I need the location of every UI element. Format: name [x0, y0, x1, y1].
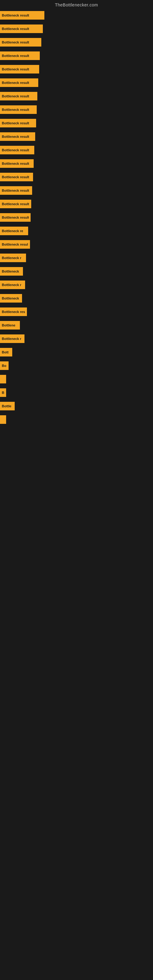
bottleneck-bar: Bottleneck result [0, 78, 38, 87]
bar-label: Bottleneck [2, 296, 19, 300]
bar-row: Bottleneck result [0, 89, 153, 103]
bar-row: Bottleneck res [0, 305, 153, 318]
bottleneck-bar: Bottleneck result [0, 146, 34, 154]
bars-container: Bottleneck resultBottleneck resultBottle… [0, 9, 153, 426]
bottleneck-bar: Bottlene [0, 321, 20, 329]
bottleneck-bar: Bottleneck result [0, 200, 31, 208]
bar-label: Bottle [2, 404, 11, 408]
bar-label: Bottleneck result [2, 148, 29, 152]
bar-row: Bottleneck result [0, 143, 153, 157]
bar-row: B [0, 386, 153, 399]
bar-label: Bottleneck result [2, 189, 29, 192]
bar-label: Bottleneck r [2, 256, 21, 260]
bottleneck-bar [0, 375, 6, 383]
bar-row: Bottleneck result [0, 184, 153, 197]
bar-label: Bottleneck result [2, 81, 29, 84]
bottleneck-bar [0, 415, 6, 424]
bar-row: Bottleneck result [0, 211, 153, 224]
bar-label: Bottleneck result [2, 121, 29, 125]
bar-row: Bottleneck result [0, 22, 153, 35]
bar-label: Bottleneck result [2, 108, 29, 111]
bar-row: Bottleneck result [0, 170, 153, 184]
bottleneck-bar: Bottleneck result [0, 240, 30, 249]
bar-row: Bottleneck [0, 265, 153, 278]
bottleneck-bar: Bottleneck result [0, 11, 45, 20]
bottleneck-bar: Bottleneck result [0, 186, 32, 195]
bottleneck-bar: Bottleneck result [0, 105, 37, 114]
bottleneck-bar: Bottleneck re [0, 227, 28, 235]
bottleneck-bar: Bottleneck r [0, 334, 24, 343]
bar-row: Bottleneck result [0, 197, 153, 211]
bottleneck-bar: Bottleneck result [0, 92, 37, 100]
bar-label: Bott [2, 350, 9, 354]
bar-label: Bottleneck result [2, 135, 29, 138]
bottleneck-bar: Bottleneck result [0, 159, 33, 168]
bar-row: Bottleneck result [0, 157, 153, 170]
bar-label: Bottleneck result [2, 243, 28, 246]
bar-label: Bottleneck result [2, 162, 29, 165]
bar-label: Bottleneck result [2, 27, 29, 30]
bar-row: Bottleneck r [0, 251, 153, 265]
bar-label: Bottleneck result [2, 40, 29, 44]
bar-row: Bottleneck [0, 291, 153, 305]
bottleneck-bar: Bottleneck res [0, 307, 27, 316]
bottleneck-bar: Bottleneck result [0, 51, 40, 60]
bar-row: Bottleneck r [0, 278, 153, 291]
bar-row [0, 372, 153, 386]
bottleneck-bar: Bottleneck result [0, 119, 36, 127]
bottleneck-bar: Bottleneck result [0, 213, 30, 222]
bar-label: Bottleneck res [2, 310, 25, 313]
bar-label: Bottlene [2, 323, 15, 327]
bar-label: Bottleneck result [2, 216, 29, 219]
bar-label: Bottleneck [2, 269, 19, 273]
bar-row: Bott [0, 345, 153, 359]
bottleneck-bar: Bottleneck r [0, 254, 26, 262]
bottleneck-bar: Bottleneck [0, 294, 22, 302]
bottleneck-bar: B [0, 388, 6, 397]
bar-row [0, 413, 153, 426]
bar-label: Bottleneck result [2, 175, 29, 179]
site-title: TheBottlenecker.com [0, 0, 153, 9]
bar-label: Bottleneck r [2, 337, 21, 340]
bar-row: Bottleneck result [0, 35, 153, 49]
bar-label: Bottleneck result [2, 202, 29, 206]
bar-label: Bottleneck result [2, 67, 29, 71]
bar-label: Bottleneck result [2, 94, 29, 98]
bottleneck-bar: Bottleneck result [0, 65, 39, 73]
bar-label: Bottleneck result [2, 54, 29, 57]
bar-row: Bottlene [0, 318, 153, 332]
bar-row: Bo [0, 359, 153, 372]
bar-row: Bottleneck result [0, 103, 153, 116]
bar-row: Bottleneck result [0, 49, 153, 62]
bottleneck-bar: Bottleneck [0, 267, 23, 275]
bar-row: Bottleneck result [0, 62, 153, 76]
bar-label: Bottleneck re [2, 229, 23, 233]
bottleneck-bar: Bott [0, 348, 12, 356]
bar-row: Bottle [0, 399, 153, 413]
bottleneck-bar: Bottleneck result [0, 38, 41, 46]
bar-row: Bottleneck result [0, 130, 153, 143]
bar-row: Bottleneck result [0, 76, 153, 89]
bar-label: Bo [2, 364, 6, 368]
bar-label: B [2, 391, 4, 395]
bar-row: Bottleneck re [0, 224, 153, 238]
bottleneck-bar: Bottleneck r [0, 280, 25, 289]
bar-label: Bottleneck result [2, 13, 29, 17]
bottleneck-bar: Bo [0, 361, 9, 370]
bottleneck-bar: Bottleneck result [0, 173, 33, 181]
bar-row: Bottleneck result [0, 116, 153, 130]
bar-row: Bottleneck result [0, 238, 153, 251]
bar-row: Bottleneck r [0, 332, 153, 345]
bottleneck-bar: Bottleneck result [0, 132, 35, 141]
bottleneck-bar: Bottleneck result [0, 24, 43, 33]
bar-label: Bottleneck r [2, 283, 21, 286]
bar-row: Bottleneck result [0, 9, 153, 22]
bottleneck-bar: Bottle [0, 402, 15, 410]
